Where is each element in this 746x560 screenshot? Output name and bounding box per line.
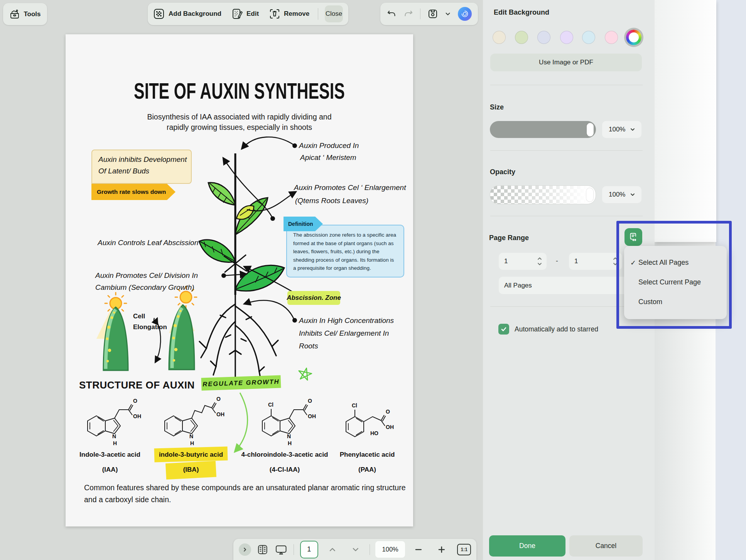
size-slider-thumb[interactable] [587,123,594,136]
svg-text:O: O [216,396,221,402]
growth-banner: Growth rate slows down [91,184,176,200]
zoom-out-icon[interactable] [414,545,423,554]
undo-icon[interactable] [387,9,397,19]
range-separator: - [556,257,558,265]
swatch-green[interactable] [515,31,528,44]
compound-name-paa: Phenylacetic acid [332,451,402,459]
swatch-color-wheel[interactable] [626,30,641,45]
swatch-lavender[interactable] [537,31,550,44]
compound-name-iba: indole-3-butyric acid [156,451,226,459]
size-label: Size [490,103,504,111]
panel-divider-3 [490,216,643,216]
close-label: Close [326,10,342,18]
svg-text:O: O [133,398,137,404]
svg-text:H: H [190,440,194,446]
edit-background-icon [231,8,243,20]
done-button[interactable]: Done [489,535,565,557]
svg-text:OH: OH [386,424,394,430]
range-from-value: 1 [504,257,508,265]
svg-text:Cl: Cl [268,402,273,408]
definition-tag: Definition [284,217,323,231]
division-line1: Auxin Promotes Cel/ Division In [95,271,198,280]
size-value: 100% [609,126,625,133]
expand-toolbar-button[interactable] [239,543,251,556]
edit-label: Edit [246,10,259,18]
save-options-chevron-icon[interactable] [445,11,451,17]
swatch-purple[interactable] [560,31,573,44]
background-toolbar-group: Add Background Edit Remove Close [148,3,348,25]
opacity-slider[interactable] [490,185,596,204]
opacity-dropdown[interactable]: 100% [602,186,641,203]
zoom-value: 100% [382,546,398,553]
opacity-chevron-icon [630,192,635,197]
high-line1: Auxin In High Concentrations [299,316,394,325]
presentation-icon[interactable] [275,544,287,555]
ai-swirl-icon [461,10,469,18]
history-divider [420,8,420,19]
range-from-input[interactable]: 1 [499,253,547,270]
footer-line1: Common features shared by these compound… [84,483,406,492]
molecule-iba: O OH N H [152,393,230,449]
zoom-in-icon[interactable] [437,545,446,554]
size-chevron-icon [630,127,635,132]
swatch-blue[interactable] [582,31,595,44]
high-line2: Inhibits Cel/ Enlargement In [299,329,389,338]
molecule-iaa: O OH N H [71,393,149,449]
toolbar-divider [318,8,318,20]
page-number-box[interactable]: 1 [300,541,318,558]
bottombar-divider-1 [294,544,294,555]
tools-label: Tools [24,10,41,18]
panel-divider-1 [490,85,643,85]
edit-button[interactable]: Edit [231,8,259,20]
definition-box: The abscission zone refers to a specific… [286,225,404,277]
enlarge-line2: (Qtems Roots Leaves) [295,197,368,205]
size-dropdown[interactable]: 100% [602,121,641,138]
redo-icon[interactable] [403,9,414,19]
inhibits-callout: Auxin inhibits Development Of Latent/ Bu… [91,150,192,184]
remove-button[interactable]: Remove [269,8,309,20]
starred-label: Automatically add to starred [515,325,598,333]
svg-text:H: H [113,440,117,446]
inhibits-line1: Auxin inhibits Development [98,155,185,164]
cell-label-line1: Cell [133,313,145,320]
definition-tag-label: Definition [288,221,313,227]
definition-text: The abscission zone refers to a specific… [293,232,396,271]
svg-text:Cl: Cl [352,402,357,409]
add-background-label: Add Background [169,10,221,18]
regulate-growth-label: REGULATE GROWTH [203,378,280,388]
svg-text:O: O [386,409,390,415]
zoom-value-box[interactable]: 100% [375,541,405,558]
svg-text:N: N [287,433,291,439]
footer-line2: and a carboxyl side chain. [84,495,171,504]
enlarge-line1: Auxin Promotes Cel ‘ Enlargement [294,183,406,192]
panel-divider-2 [490,150,643,151]
opacity-slider-thumb[interactable] [586,188,593,202]
molecule-paa: Cl O OH HO [329,393,406,449]
cancel-button[interactable]: Cancel [569,535,643,557]
ai-assistant-button[interactable] [458,7,472,21]
close-button[interactable]: Close [325,5,343,22]
controls-abscission-label: Auxin Controls Leaf Abscission [98,239,198,247]
range-to-input[interactable]: 1 [569,253,622,270]
growth-banner-label: Growth rate slows down [97,188,166,195]
produced-line2: Apicat ‘ Meristem [300,153,356,162]
add-background-icon [153,8,165,20]
starred-checkbox[interactable] [498,324,509,335]
svg-text:O: O [308,398,312,404]
tools-button[interactable]: Tools [3,3,47,25]
add-background-button[interactable]: Add Background [153,8,221,20]
svg-text:HO: HO [370,430,378,436]
actual-size-button[interactable]: 1:1 [457,544,471,555]
size-slider[interactable] [490,121,596,138]
next-page-icon[interactable] [351,545,360,554]
swatch-pink[interactable] [605,31,618,44]
svg-text:OH: OH [133,413,141,419]
save-icon[interactable] [427,8,438,19]
use-image-button[interactable]: Use Image or PDF [490,54,642,71]
molecule-4cl-iaa: Cl O OH N H [246,393,323,449]
compound-name-4cliaa: 4-chloroindole-3-acetic acid [238,451,331,459]
range-from-spinner[interactable] [537,256,543,267]
previous-page-icon[interactable] [328,545,337,554]
swatch-cream[interactable] [493,31,506,44]
page-thumbnails-icon[interactable] [257,544,268,555]
